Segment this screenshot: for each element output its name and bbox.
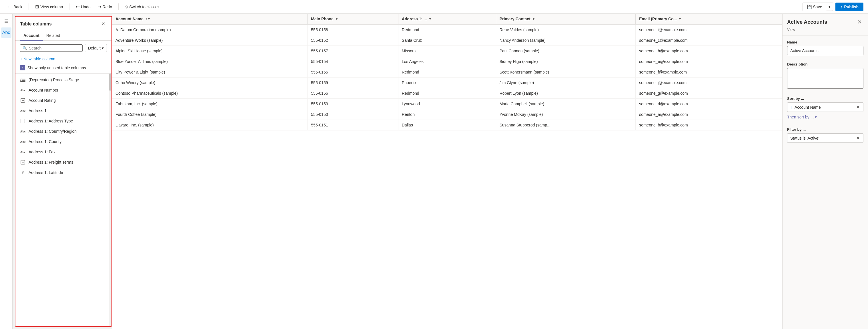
switch-classic-label: Switch to classic xyxy=(129,5,159,9)
filter-item-remove-button[interactable]: ✕ xyxy=(856,135,860,141)
table-row[interactable]: A. Datum Corporation (sample) 555-0158 R… xyxy=(112,24,782,35)
checkmark-icon: ✓ xyxy=(21,66,24,70)
cell-contact: Scott Konersmann (sample) xyxy=(496,67,636,78)
show-unused-checkbox[interactable]: ✓ xyxy=(20,65,25,71)
cell-address: Redmond xyxy=(398,88,496,99)
search-input[interactable] xyxy=(29,46,80,50)
cell-address: Renton xyxy=(398,109,496,120)
cell-contact: Rene Valdes (sample) xyxy=(496,24,636,35)
column-list-item[interactable]: Address 1: Address Type xyxy=(16,116,112,126)
cell-phone: 555-0151 xyxy=(308,120,398,131)
show-unused-label[interactable]: Show only unused table columns xyxy=(27,65,86,70)
column-type-icon: # xyxy=(20,170,26,175)
cell-email: someone_e@example.com xyxy=(636,56,782,67)
panel-close-button[interactable]: ✕ xyxy=(100,21,107,27)
search-icon: 🔍 xyxy=(23,46,27,50)
tab-account[interactable]: Account xyxy=(20,30,43,40)
default-dropdown-button[interactable]: Default ▾ xyxy=(85,44,107,52)
fields-button[interactable]: Abc xyxy=(1,27,11,38)
cell-account: City Power & Light (sample) xyxy=(112,67,308,78)
scrollbar-thumb[interactable] xyxy=(109,74,111,91)
icon-bar: ☰ Abc xyxy=(0,14,12,329)
search-input-wrap: 🔍 xyxy=(20,44,83,52)
save-dropdown-button[interactable]: ▾ xyxy=(826,3,833,11)
chevron-down-icon: ▾ xyxy=(829,5,831,9)
column-list-item[interactable]: Address 1: Freight Terms xyxy=(16,157,112,167)
description-textarea[interactable] xyxy=(787,68,863,89)
cell-account: Adventure Works (sample) xyxy=(112,35,308,46)
table-row[interactable]: Alpine Ski House (sample) 555-0157 Misso… xyxy=(112,46,782,56)
cell-address: Phoenix xyxy=(398,78,496,88)
save-label: Save xyxy=(813,5,822,9)
save-button[interactable]: 💾 Save xyxy=(803,3,827,11)
cell-address: Dallas xyxy=(398,120,496,131)
th-email[interactable]: Email (Primary Co... ▾ xyxy=(636,14,782,24)
sort-item-text: Account Name xyxy=(795,105,853,110)
right-panel-header: Active Accounts ✕ xyxy=(782,14,868,27)
column-list-item[interactable]: Abc Account Number xyxy=(16,85,112,95)
column-list-item[interactable]: Abc Address 1: Fax xyxy=(16,147,112,157)
column-list-item[interactable]: Abc Address 1: County xyxy=(16,136,112,147)
toolbar-divider-1 xyxy=(29,3,29,10)
table-row[interactable]: Fabrikam, Inc. (sample) 555-0153 Lynnwoo… xyxy=(112,99,782,109)
cell-phone: 555-0150 xyxy=(308,109,398,120)
tab-related[interactable]: Related xyxy=(43,30,63,40)
column-list-item[interactable]: Abc Address 1: Country/Region xyxy=(16,126,112,136)
cell-phone: 555-0156 xyxy=(308,88,398,99)
cell-email: someone_f@example.com xyxy=(636,67,782,78)
column-list-item-label: Address 1: Country/Region xyxy=(29,129,76,134)
right-panel-close-button[interactable]: ✕ xyxy=(856,18,863,26)
filter-icon: ▾ xyxy=(429,17,431,21)
table-row[interactable]: Adventure Works (sample) 555-0152 Santa … xyxy=(112,35,782,46)
then-sort-label: Then sort by ... xyxy=(787,115,814,119)
th-primary-contact[interactable]: Primary Contact ▾ xyxy=(496,14,636,24)
filter-icon: ▾ xyxy=(336,17,338,21)
publish-button[interactable]: ↑ Publish xyxy=(835,3,863,11)
cell-account: Alpine Ski House (sample) xyxy=(112,46,308,56)
th-account-name[interactable]: Account Name ↑ ▾ xyxy=(112,14,308,24)
chevron-down-icon: ▾ xyxy=(102,46,104,50)
view-column-button[interactable]: ⊞ View column xyxy=(32,3,66,10)
cell-contact: Nancy Anderson (sample) xyxy=(496,35,636,46)
switch-classic-button[interactable]: ⎋ Switch to classic xyxy=(122,3,161,10)
table-row[interactable]: City Power & Light (sample) 555-0155 Red… xyxy=(112,67,782,78)
table-row[interactable]: Blue Yonder Airlines (sample) 555-0154 L… xyxy=(112,56,782,67)
cell-account: Blue Yonder Airlines (sample) xyxy=(112,56,308,67)
column-list-item[interactable]: (Deprecated) Process Stage xyxy=(16,75,112,85)
cell-phone: 555-0154 xyxy=(308,56,398,67)
cell-account: Litware, Inc. (sample) xyxy=(112,120,308,131)
scrollbar-track xyxy=(109,74,111,326)
svg-rect-9 xyxy=(22,100,24,101)
new-table-column-button[interactable]: + New table column xyxy=(16,54,112,63)
column-list-item-label: Account Number xyxy=(29,88,58,92)
undo-button[interactable]: ↩ Undo xyxy=(73,3,93,10)
th-main-phone[interactable]: Main Phone ▾ xyxy=(308,14,398,24)
name-input[interactable] xyxy=(787,46,863,55)
redo-button[interactable]: ↪ Redo xyxy=(95,3,115,10)
cell-email: someone_d@example.com xyxy=(636,99,782,109)
cell-contact: Sidney Higa (sample) xyxy=(496,56,636,67)
then-sort-button[interactable]: Then sort by ... ▾ xyxy=(787,114,817,120)
cell-phone: 555-0152 xyxy=(308,35,398,46)
svg-rect-4 xyxy=(22,80,25,80)
column-list-item[interactable]: Account Rating xyxy=(16,95,112,106)
column-type-icon: Abc xyxy=(20,87,26,93)
cell-address: Los Angeles xyxy=(398,56,496,67)
column-list-item[interactable]: Abc Address 1 xyxy=(16,106,112,116)
hamburger-menu-button[interactable]: ☰ xyxy=(1,16,11,26)
tab-account-label: Account xyxy=(24,33,39,38)
panel-header: Table columns ✕ xyxy=(16,17,112,30)
column-list-item[interactable]: # Address 1: Latitude xyxy=(16,167,112,177)
new-table-column-label: + New table column xyxy=(20,57,55,61)
svg-rect-13 xyxy=(22,162,24,163)
th-address[interactable]: Address 1: ... ▾ xyxy=(398,14,496,24)
sort-item-remove-button[interactable]: ✕ xyxy=(856,104,860,110)
svg-rect-2 xyxy=(22,79,25,79)
table-row[interactable]: Fourth Coffee (sample) 555-0150 Renton Y… xyxy=(112,109,782,120)
table-row[interactable]: Contoso Pharmaceuticals (sample) 555-015… xyxy=(112,88,782,99)
data-table: Account Name ↑ ▾ Main Phone xyxy=(112,14,782,131)
back-button[interactable]: ← Back xyxy=(5,3,25,10)
table-row[interactable]: Coho Winery (sample) 555-0159 Phoenix Ji… xyxy=(112,78,782,88)
table-row[interactable]: Litware, Inc. (sample) 555-0151 Dallas S… xyxy=(112,120,782,131)
column-type-icon xyxy=(20,98,26,103)
